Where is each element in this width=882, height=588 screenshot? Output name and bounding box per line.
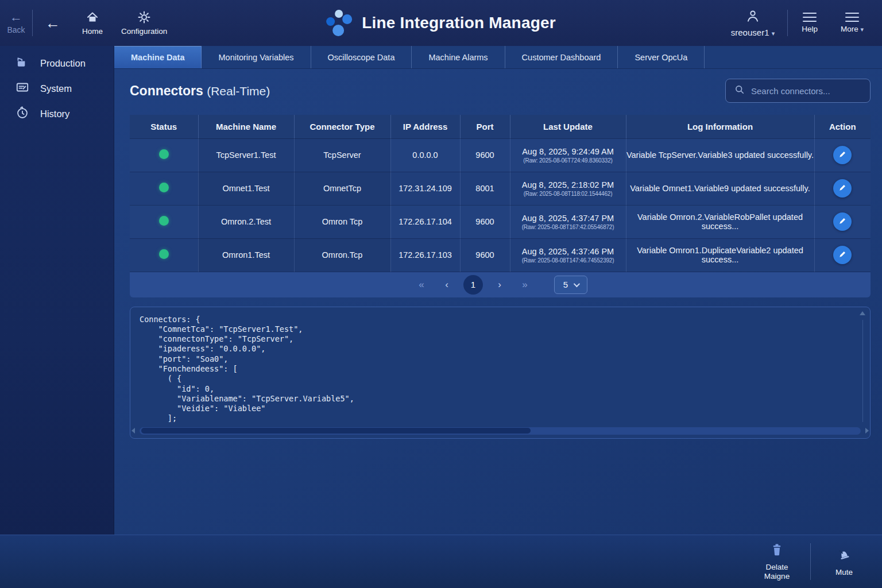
edit-button[interactable] — [833, 146, 852, 164]
delete-machine-button[interactable]: Delate Maigne — [747, 543, 807, 581]
action-cell — [814, 238, 871, 272]
last-update-time: Aug 8, 2025, 4:37:47 PM — [510, 214, 626, 223]
home-button[interactable]: Home — [73, 10, 112, 36]
current-page-indicator[interactable]: 1 — [463, 275, 483, 295]
column-header-ip-address: IP Address — [390, 115, 460, 138]
last-update-raw: (Raw: 2025-08-06T724:49.8360332) — [510, 157, 626, 164]
code-line: "ComnetTca": "TcpServer1.Test", — [140, 324, 855, 334]
connector-type-cell: Omron.Tcp — [294, 238, 390, 272]
navigate-back-arrow-button[interactable]: ← — [33, 14, 73, 32]
app-brand: Line Integration Manager — [326, 10, 556, 36]
gear-icon — [137, 10, 151, 24]
last-page-button[interactable]: » — [516, 276, 533, 293]
search-icon — [734, 84, 745, 98]
back-label: Back — [7, 25, 25, 34]
search-input[interactable] — [751, 86, 865, 96]
trash-icon — [769, 543, 784, 560]
page-title: Connectors (Real-Time) — [130, 83, 270, 99]
sidebar-item-system[interactable]: System — [0, 76, 114, 101]
port-cell: 9600 — [460, 205, 510, 238]
scroll-left-arrow-icon[interactable] — [131, 428, 135, 434]
sidebar-item-history[interactable]: History — [0, 101, 114, 126]
last-update-raw: (Raw: 2025-08-08T167:42.05546872) — [510, 224, 626, 230]
table-row: Omron1.Test Omron.Tcp 172.26.17.103 9600… — [130, 238, 871, 272]
ip-address-cell: 172.26.17.104 — [390, 205, 460, 238]
app-title: Line Integration Manager — [362, 14, 556, 32]
tab-customer-dashboard[interactable]: Customer Dashboard — [505, 46, 618, 68]
column-header-last-update: Last Update — [510, 115, 626, 138]
app-window: ← Back ← Home Configuration Line Int — [0, 0, 882, 588]
edit-button[interactable] — [833, 246, 852, 264]
first-page-button[interactable]: « — [413, 276, 430, 293]
chevron-down-icon: ▾ — [772, 30, 775, 37]
app-logo-icon — [326, 10, 353, 36]
edit-button[interactable] — [833, 212, 852, 231]
configuration-button[interactable]: Configuration — [112, 10, 176, 36]
horizontal-scrollbar-track[interactable] — [140, 427, 861, 435]
user-menu[interactable]: sreouser1 ▾ — [723, 9, 783, 37]
last-update-cell: Aug 8, 2025, 2:18:02 PM (Raw: 2025-08-08… — [510, 172, 626, 205]
history-icon — [15, 105, 30, 122]
code-line: "ipaderess": "0.0.0.0", — [140, 344, 855, 354]
next-page-button[interactable]: › — [491, 276, 508, 293]
sidebar-item-production[interactable]: Production — [0, 51, 114, 76]
port-cell: 8001 — [460, 172, 510, 205]
ip-address-cell: 0.0.0.0 — [390, 138, 460, 172]
tab-server-opcua[interactable]: Server OpcUa — [618, 46, 705, 68]
connector-json-panel: Connectors: { "ComnetTca": "TcpServer1.T… — [130, 307, 871, 439]
last-update-cell: Aug 8, 2025, 4:37:46 PM (Raw: 2025-08-08… — [510, 238, 626, 272]
edit-button[interactable] — [833, 179, 852, 198]
tab-machine-alarms[interactable]: Machine Alarms — [412, 46, 505, 68]
machine-name-cell: Omnet1.Test — [198, 172, 294, 205]
log-information-cell: Variable TcpServer.Variable3 updated suc… — [626, 138, 814, 172]
pencil-icon — [838, 216, 847, 227]
machine-name-cell: TcpServer1.Test — [198, 138, 294, 172]
action-cell — [814, 205, 871, 238]
last-update-cell: Aug 8, 2025, 4:37:47 PM (Raw: 2025-08-08… — [510, 205, 626, 238]
status-online-dot — [159, 216, 169, 226]
code-line: ]; — [140, 413, 855, 423]
code-line: "Veidie": "Viablee" — [140, 404, 855, 413]
scroll-right-arrow-icon[interactable] — [865, 428, 869, 434]
status-cell — [130, 205, 198, 238]
status-cell — [130, 238, 198, 272]
tab-oscilloscope-data[interactable]: Oscilloscope Data — [311, 46, 412, 68]
back-arrow-icon: ← — [10, 11, 22, 23]
column-header-port: Port — [460, 115, 510, 138]
machine-name-cell: Omron1.Test — [198, 238, 294, 272]
more-label: More — [841, 25, 858, 33]
main-content: Connectors (Real-Time) Status — [114, 69, 882, 535]
pencil-icon — [838, 250, 847, 260]
mute-label: Mute — [835, 568, 853, 577]
horizontal-scrollbar-thumb[interactable] — [141, 428, 531, 434]
previous-page-button[interactable]: ‹ — [438, 276, 455, 293]
status-cell — [130, 172, 198, 205]
last-update-time: Aug 8, 2025, 9:24:49 AM — [510, 147, 626, 156]
connector-type-cell: OmnetTcp — [294, 172, 390, 205]
username: sreouser1 — [731, 28, 769, 37]
ip-address-cell: 172.31.24.109 — [390, 172, 460, 205]
chevron-down-icon: ▾ — [860, 26, 864, 33]
table-header-row: Status Machine Name Connector Type IP Ad… — [130, 115, 871, 138]
delete-machine-label-line2: Maigne — [764, 572, 790, 581]
scroll-up-arrow-icon[interactable] — [860, 311, 865, 315]
vertical-scrollbar-track[interactable] — [862, 320, 863, 422]
more-button[interactable]: More ▾ — [831, 13, 873, 33]
code-line: "Fonchendeess": [ — [140, 364, 855, 374]
mute-button[interactable]: Mute — [814, 547, 874, 577]
footer-divider — [810, 543, 811, 580]
column-header-action: Action — [814, 115, 871, 138]
menu-icon — [803, 13, 817, 22]
tab-monitoring-variables[interactable]: Monitoring Variables — [202, 46, 311, 68]
column-header-connector-type: Connector Type — [294, 115, 390, 138]
page-title-suffix: (Real-Time) — [207, 84, 270, 98]
back-button[interactable]: ← Back — [0, 11, 32, 34]
system-icon — [15, 80, 30, 97]
help-button[interactable]: Help — [792, 13, 827, 33]
code-line: "Variablename": "TcpServer.Variable5", — [140, 394, 855, 404]
action-cell — [814, 172, 871, 205]
bell-mute-icon — [836, 547, 852, 565]
page-size-select[interactable]: 5 — [554, 276, 587, 294]
page-size-value: 5 — [563, 280, 568, 289]
tab-machine-data[interactable]: Machine Data — [114, 46, 202, 68]
